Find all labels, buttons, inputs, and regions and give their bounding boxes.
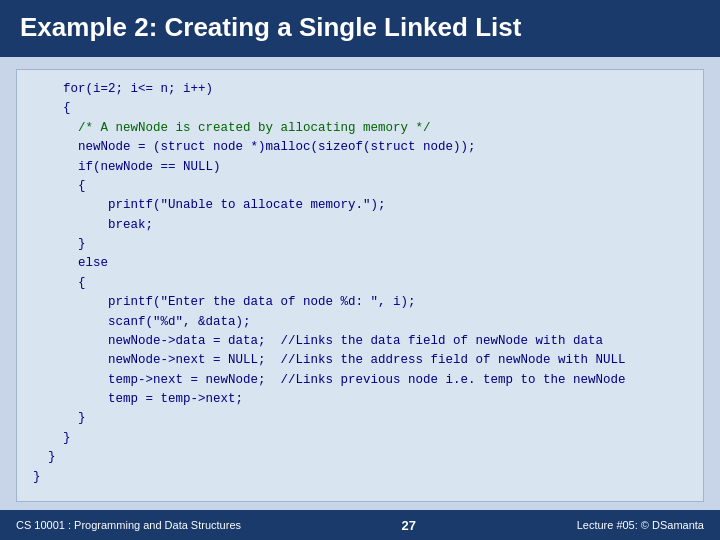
code-line: for(i=2; i<= n; i++): [33, 80, 687, 99]
code-line: temp->next = newNode; //Links previous n…: [33, 371, 687, 390]
footer-right: Lecture #05: © DSamanta: [577, 519, 704, 531]
code-line: temp = temp->next;: [33, 390, 687, 409]
code-line: printf("Unable to allocate memory.");: [33, 196, 687, 215]
code-line: newNode->data = data; //Links the data f…: [33, 332, 687, 351]
slide-title: Example 2: Creating a Single Linked List: [20, 12, 700, 43]
code-line: }: [33, 235, 687, 254]
code-line: }: [33, 468, 687, 487]
code-line: if(newNode == NULL): [33, 158, 687, 177]
code-line: newNode->next = NULL; //Links the addres…: [33, 351, 687, 370]
footer-center: 27: [402, 518, 416, 533]
code-line: {: [33, 177, 687, 196]
code-line: /* A newNode is created by allocating me…: [33, 119, 687, 138]
slide-header: Example 2: Creating a Single Linked List: [0, 0, 720, 57]
code-line: }: [33, 448, 687, 467]
slide-body: for(i=2; i<= n; i++) { /* A newNode is c…: [0, 57, 720, 510]
slide: Example 2: Creating a Single Linked List…: [0, 0, 720, 540]
code-line: printf("Enter the data of node %d: ", i)…: [33, 293, 687, 312]
code-line: else: [33, 254, 687, 273]
code-line: {: [33, 274, 687, 293]
code-line: newNode = (struct node *)malloc(sizeof(s…: [33, 138, 687, 157]
code-line: {: [33, 99, 687, 118]
code-line: }: [33, 409, 687, 428]
code-line: }: [33, 429, 687, 448]
code-line: break;: [33, 216, 687, 235]
code-line: scanf("%d", &data);: [33, 313, 687, 332]
code-block: for(i=2; i<= n; i++) { /* A newNode is c…: [16, 69, 704, 502]
slide-footer: CS 10001 : Programming and Data Structur…: [0, 510, 720, 540]
footer-left: CS 10001 : Programming and Data Structur…: [16, 519, 241, 531]
